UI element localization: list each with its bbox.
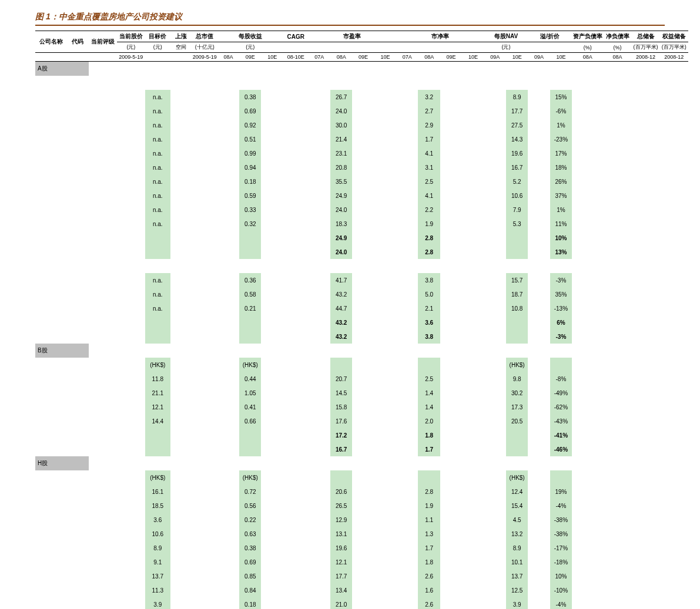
table-row: 16.71.7-46% xyxy=(35,442,688,456)
hdr-nav: 每股NAV xyxy=(484,31,528,42)
hdr-prem: 溢/折价 xyxy=(528,31,572,42)
table-body: A股n.a.0.3826.73.28.915%n.a.0.6924.02.717… xyxy=(35,62,688,610)
table-row: 3.90.1821.02.63.9-4% xyxy=(35,597,688,609)
hdr-tgtprice: 目标价 xyxy=(145,31,170,42)
investment-table: 公司名称 代码 当前评级 当前股价 目标价 上涨 总市值 每股收益 CAGR 市… xyxy=(35,31,688,609)
table-row: 8.90.3819.61.78.9-17% xyxy=(35,541,688,555)
hdr-netdebt: 净负债率 xyxy=(603,31,631,42)
section-label: B股 xyxy=(35,344,89,358)
table-row: 11.30.8413.41.612.5-10% xyxy=(35,583,688,597)
hdr-curprice: 当前股价 xyxy=(117,31,145,42)
table-row: n.a.0.6924.02.717.7-6% xyxy=(35,104,688,118)
table-row: n.a.0.3324.02.27.91% xyxy=(35,203,688,217)
table-row: n.a.0.3218.31.95.311% xyxy=(35,217,688,231)
hdr-code: 代码 xyxy=(66,31,88,53)
hdr-mktcap: 总市值 xyxy=(192,31,217,42)
hdr-cagr: CAGR xyxy=(283,31,309,42)
table-row: 24.92.810% xyxy=(35,231,688,245)
table-row: n.a.0.1835.52.55.226% xyxy=(35,174,688,189)
hdr-pe: 市盈率 xyxy=(309,31,397,42)
table-row: 17.21.8-41% xyxy=(35,428,688,442)
table-row: 18.50.5626.51.915.4-4% xyxy=(35,499,688,513)
table-row: 43.23.8-3% xyxy=(35,329,688,344)
table-row: n.a.0.3826.73.28.915% xyxy=(35,90,688,104)
figure-caption: 图 1：中金重点覆盖房地产公司投资建议 xyxy=(35,12,688,22)
table-row: 24.02.813% xyxy=(35,245,688,259)
table-row: 13.70.8517.72.613.710% xyxy=(35,569,688,583)
table-row: n.a.0.5121.41.714.3-23% xyxy=(35,132,688,146)
table-row: 12.10.4115.81.417.3-62% xyxy=(35,400,688,414)
table-row: n.a.0.3641.73.815.7-3% xyxy=(35,273,688,287)
table-row: n.a.0.9230.02.927.51% xyxy=(35,118,688,132)
table-row: n.a.0.5924.94.110.637% xyxy=(35,189,688,203)
section-label: A股 xyxy=(35,62,89,76)
hdr-eqlandbank: 权益储备 xyxy=(660,31,688,42)
section-label: H股 xyxy=(35,456,89,470)
table-row: 3.60.2212.91.14.5-38% xyxy=(35,513,688,527)
table-row: 14.40.6617.62.020.5-43% xyxy=(35,414,688,428)
table-row: 16.10.7220.62.812.419% xyxy=(35,484,688,499)
table-row: 21.11.0514.51.430.2-49% xyxy=(35,386,688,400)
hdr-rating: 当前评级 xyxy=(89,31,117,53)
table-row: n.a.0.2144.72.110.8-13% xyxy=(35,301,688,315)
table-row: n.a.0.9923.14.119.617% xyxy=(35,146,688,160)
hdr-assetdebt: 资产负债率 xyxy=(572,31,603,42)
table-row: 10.60.6313.11.313.2-38% xyxy=(35,527,688,541)
hdr-pb: 市净率 xyxy=(396,31,484,42)
hdr-eps: 每股收益 xyxy=(217,31,283,42)
table-row: 9.10.6912.11.810.1-18% xyxy=(35,555,688,569)
table-row: 43.23.66% xyxy=(35,315,688,329)
hdr-landbank: 总储备 xyxy=(632,31,660,42)
hdr-company: 公司名称 xyxy=(35,31,66,53)
caption-divider xyxy=(35,25,665,26)
table-row: 11.80.4420.72.59.8-8% xyxy=(35,372,688,386)
table-row: n.a.0.9420.83.116.718% xyxy=(35,160,688,174)
table-header: 公司名称 代码 当前评级 当前股价 目标价 上涨 总市值 每股收益 CAGR 市… xyxy=(35,31,688,62)
table-row: n.a.0.5843.25.018.735% xyxy=(35,287,688,301)
hdr-upside: 上涨 xyxy=(170,31,192,42)
